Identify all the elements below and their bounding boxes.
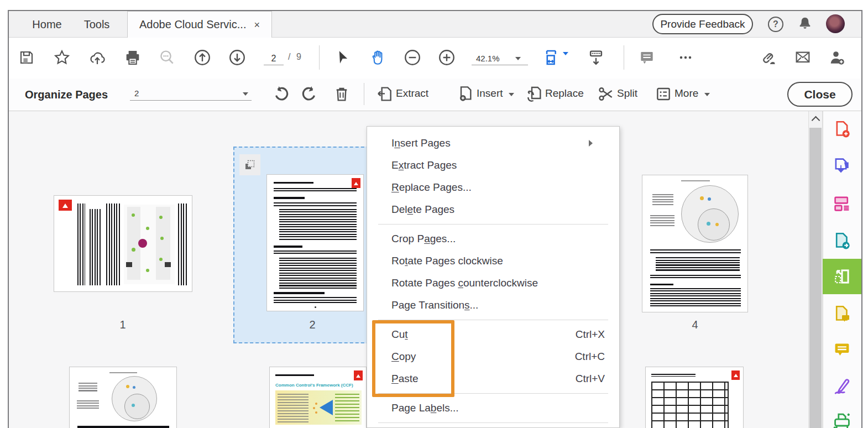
organize-pages-tool[interactable] [823, 259, 861, 294]
delete-pages-button[interactable] [332, 84, 352, 104]
scroll-up-button[interactable] [808, 111, 823, 127]
tab-home[interactable]: Home [22, 11, 72, 38]
print-button[interactable] [123, 48, 143, 67]
select-tool-button[interactable] [333, 48, 353, 67]
menu-item-insert-pages[interactable]: Insert Pages [367, 132, 619, 154]
thumb-text [77, 203, 85, 285]
menu-item-label: Rotate Pages clockwise [391, 255, 503, 267]
adobe-pdf-logo [59, 200, 72, 211]
extract-button[interactable] [375, 84, 395, 104]
hand-tool-button[interactable] [368, 48, 388, 67]
edit-pdf-icon [833, 194, 851, 213]
adobe-pdf-logo [731, 370, 740, 380]
thumb-text [178, 203, 188, 285]
menu-item-rotate-counterclockwise[interactable]: Rotate Pages counterclockwise [367, 272, 619, 294]
scissors-icon [597, 85, 615, 103]
rotate-cw-button[interactable] [300, 84, 320, 104]
export-pdf-tool[interactable] [823, 226, 861, 257]
user-avatar[interactable] [826, 14, 845, 33]
tab-tools-label: Tools [84, 18, 110, 31]
edit-pdf-tool[interactable] [823, 188, 861, 219]
more-label[interactable]: More [674, 87, 698, 100]
thumb-text [279, 258, 357, 289]
page-range-select[interactable]: 2 [130, 84, 252, 101]
tab-tools[interactable]: Tools [72, 11, 122, 38]
menu-shortcut: Ctrl+X [576, 323, 605, 346]
rotate-ccw-button[interactable] [271, 84, 291, 104]
rotate-counterclockwise-icon [271, 85, 290, 103]
split-label[interactable]: Split [617, 87, 637, 100]
zoom-level-dropdown[interactable]: 42.1% [472, 50, 528, 65]
share-link-button[interactable] [759, 48, 778, 67]
page-number-input[interactable]: 2 [264, 50, 284, 65]
comment-icon [833, 340, 851, 359]
page-fit-button[interactable] [543, 48, 568, 67]
more-tools-button[interactable] [676, 48, 696, 67]
insert-label[interactable]: Insert [477, 87, 503, 100]
insert-page-icon [457, 85, 474, 103]
replace-label[interactable]: Replace [545, 87, 584, 100]
toolbar-separator [624, 45, 624, 70]
create-pdf-icon [833, 120, 851, 139]
annotation-highlight-box [372, 320, 454, 397]
replace-button[interactable] [524, 84, 544, 104]
close-organize-button[interactable]: Close [787, 82, 853, 107]
scrollbar-thumb[interactable] [809, 128, 822, 428]
menu-separator [378, 224, 608, 225]
page-thumbnail-1[interactable] [54, 195, 192, 292]
favorites-button[interactable] [52, 48, 72, 67]
menu-item-crop-pages[interactable]: Crop Pages... [367, 228, 619, 250]
page-selection-icon [244, 159, 256, 171]
tab-bar: Home Tools Adobe Cloud Servic... × Provi… [9, 11, 861, 38]
scan-ocr-tool[interactable] [823, 407, 861, 428]
page-thumbnail-4[interactable] [642, 175, 748, 312]
email-button[interactable] [793, 48, 813, 67]
menu-item-rotate-clockwise[interactable]: Rotate Pages clockwise [367, 250, 619, 272]
page-thumbnail-2[interactable] [266, 174, 364, 311]
thumb-text [650, 275, 741, 279]
menu-item-page-transitions[interactable]: Page Transitions... [367, 294, 619, 316]
menu-item-replace-pages[interactable]: Replace Pages... [367, 176, 619, 199]
scroll-mode-button[interactable] [586, 48, 606, 67]
menu-item-label: Page Labels... [391, 402, 459, 414]
page-thumbnail-6[interactable]: Common Control's Framework (CCF) [269, 367, 367, 428]
select-arrow-icon [334, 49, 351, 66]
create-pdf-tool[interactable] [823, 114, 861, 145]
upload-cloud-icon [88, 49, 106, 66]
menu-item-extract-pages[interactable]: Extract Pages [367, 154, 619, 176]
menu-item-delete-pages[interactable]: Delete Pages [367, 199, 619, 221]
page-number-label-4: 4 [684, 319, 706, 331]
comment-tool-button[interactable] [637, 48, 657, 67]
send-for-comments-tool[interactable] [823, 299, 861, 330]
more-button[interactable] [653, 84, 673, 104]
fill-sign-tool[interactable] [823, 370, 861, 401]
zoom-in-button[interactable] [437, 48, 457, 67]
extract-label[interactable]: Extract [396, 87, 428, 100]
search-button[interactable] [157, 48, 177, 67]
zoom-out-button[interactable] [402, 48, 422, 67]
thumb-text [77, 400, 99, 410]
provide-feedback-button[interactable]: Provide Feedback [652, 14, 753, 34]
page-thumbnail-5[interactable] [69, 367, 177, 428]
page-number-label-1: 1 [112, 319, 134, 331]
save-button[interactable] [17, 48, 36, 67]
orgbar-separator [364, 83, 364, 105]
menu-item-page-labels[interactable]: Page Labels... [367, 397, 619, 419]
help-icon[interactable]: ? [768, 17, 783, 32]
page-thumbnail-8[interactable] [645, 367, 744, 428]
person-plus-icon [828, 49, 846, 66]
combine-files-tool[interactable] [823, 150, 861, 181]
insert-button[interactable] [456, 84, 475, 104]
split-button[interactable] [596, 84, 616, 104]
menu-item-label: Delete Pages [391, 203, 454, 215]
comments-tool[interactable] [823, 334, 861, 365]
notifications-bell-icon[interactable] [797, 15, 813, 32]
close-tab-icon[interactable]: × [254, 20, 260, 30]
tab-document[interactable]: Adobe Cloud Servic... × [127, 11, 272, 38]
add-user-button[interactable] [827, 48, 847, 67]
next-page-button[interactable] [227, 48, 247, 67]
page-down-icon [228, 48, 247, 67]
previous-page-button[interactable] [192, 48, 212, 67]
share-for-view-button[interactable] [87, 48, 107, 67]
organize-pages-icon [832, 267, 852, 286]
